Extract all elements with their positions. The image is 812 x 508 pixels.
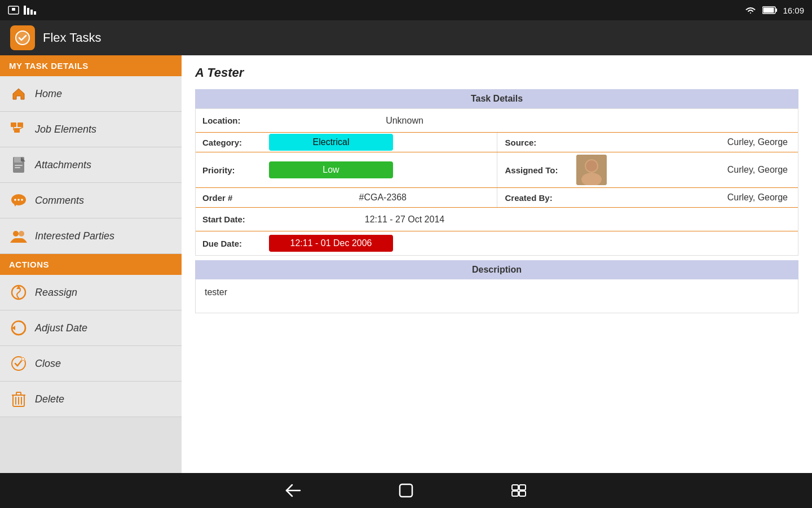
startdate-value: 12:11 - 27 Oct 2014: [269, 210, 540, 229]
sidebar-item-delete[interactable]: Delete: [0, 382, 182, 417]
order-value: #CGA-2368: [269, 188, 497, 207]
createdby-label: Created By:: [497, 189, 571, 207]
task-details-grid: Location: Unknown Category: Electrical S…: [195, 108, 798, 256]
time-display: 16:09: [783, 6, 804, 15]
svg-rect-52: [512, 491, 518, 496]
reassign-label: Reassign: [35, 287, 77, 299]
description-text: tester: [195, 279, 798, 313]
location-value: Unknown: [269, 111, 540, 130]
app-title: Flex Tasks: [43, 30, 102, 45]
startdate-label: Start Date:: [196, 210, 269, 229]
sidebar-item-close[interactable]: Close: [0, 346, 182, 382]
avatar: [576, 155, 607, 185]
interested-parties-label: Interested Parties: [35, 230, 114, 242]
attachments-label: Attachments: [35, 159, 91, 171]
back-button[interactable]: [282, 479, 304, 502]
recents-icon: [511, 484, 527, 497]
createdby-value: Curley, George: [571, 188, 798, 207]
screenshot-icon: [8, 6, 19, 15]
duedate-label: Due Date:: [196, 234, 269, 253]
assignedto-label: Assigned To:: [497, 161, 571, 179]
assignedto-value: Curley, George: [612, 160, 798, 179]
svg-rect-4: [30, 10, 33, 15]
sidebar-item-interested-parties[interactable]: Interested Parties: [0, 218, 182, 254]
close-label: Close: [35, 358, 61, 370]
status-bar-left: [8, 6, 36, 15]
app-logo: [10, 25, 35, 50]
svg-rect-50: [512, 485, 518, 490]
status-bar: 16:09: [0, 0, 812, 20]
source-col: Source: Curley, George: [497, 133, 798, 152]
svg-rect-3: [27, 8, 29, 15]
assignedto-col: Assigned To: Curley, George: [497, 152, 798, 187]
logo-icon: [15, 30, 30, 46]
svg-rect-7: [776, 8, 778, 12]
content-area: A Tester Task Details Location: Unknown …: [182, 55, 812, 473]
description-section: Description tester: [195, 260, 798, 313]
svg-rect-49: [400, 484, 412, 497]
job-elements-label: Job Elements: [35, 124, 96, 135]
location-row: Location: Unknown: [196, 109, 798, 133]
bottom-bar: [0, 473, 812, 508]
svg-rect-53: [519, 491, 526, 496]
home-button[interactable]: [395, 479, 417, 502]
svg-rect-12: [17, 122, 23, 127]
description-header: Description: [195, 260, 798, 279]
actions-header: ACTIONS: [0, 254, 182, 275]
createdby-col: Created By: Curley, George: [497, 188, 798, 207]
priority-value: Low: [269, 161, 393, 178]
reassign-icon: [10, 284, 27, 301]
order-label: Order #: [196, 189, 269, 207]
svg-rect-1: [12, 8, 15, 11]
svg-rect-51: [519, 485, 526, 490]
sidebar-item-adjust-date[interactable]: Adjust Date: [0, 310, 182, 346]
my-task-details-header: MY TASK DETAILS: [0, 55, 182, 76]
source-label: Source:: [497, 133, 571, 152]
bars-icon: [24, 6, 36, 15]
sidebar-item-reassign[interactable]: Reassign: [0, 275, 182, 310]
wifi-icon: [744, 6, 757, 15]
source-value: Curley, George: [571, 133, 798, 152]
battery-icon: [762, 6, 777, 14]
adjust-date-label: Adjust Date: [35, 322, 87, 334]
svg-rect-40: [16, 392, 21, 395]
sidebar-item-comments[interactable]: Comments: [0, 183, 182, 218]
interested-parties-icon: [10, 227, 27, 244]
back-arrow-icon: [285, 484, 301, 497]
recents-button[interactable]: [508, 479, 530, 502]
category-value: Electrical: [269, 134, 393, 151]
sidebar-item-attachments[interactable]: Attachments: [0, 147, 182, 183]
priority-assignedto-row: Priority: Low Assigned To: Curley, Georg…: [196, 152, 798, 188]
svg-point-27: [19, 231, 24, 237]
sidebar-item-job-elements[interactable]: Job Elements: [0, 112, 182, 147]
app-header: Flex Tasks: [0, 20, 812, 55]
home-icon: [10, 85, 27, 102]
category-label: Category:: [196, 133, 269, 152]
job-elements-icon: [10, 121, 27, 138]
attachments-icon: [10, 156, 27, 173]
svg-rect-19: [15, 165, 23, 166]
avatar-image: [576, 155, 607, 185]
task-details-header: Task Details: [195, 89, 798, 108]
svg-point-25: [21, 199, 23, 201]
priority-col: Priority: Low: [196, 152, 497, 187]
duedate-value: 12:11 - 01 Dec 2006: [269, 235, 393, 252]
sidebar-item-home[interactable]: Home: [0, 76, 182, 112]
task-name: A Tester: [195, 65, 798, 80]
startdate-row: Start Date: 12:11 - 27 Oct 2014: [196, 208, 798, 231]
delete-label: Delete: [35, 393, 64, 405]
order-col: Order # #CGA-2368: [196, 188, 497, 207]
category-col: Category: Electrical: [196, 133, 497, 152]
svg-rect-20: [15, 167, 20, 168]
adjust-date-icon: [10, 319, 27, 336]
duedate-row: Due Date: 12:11 - 01 Dec 2006: [196, 231, 798, 255]
order-createdby-row: Order # #CGA-2368 Created By: Curley, Ge…: [196, 188, 798, 208]
delete-icon: [10, 391, 27, 408]
comments-label: Comments: [35, 195, 84, 207]
svg-line-34: [17, 360, 22, 366]
priority-label: Priority:: [196, 161, 269, 179]
status-bar-right: 16:09: [744, 6, 804, 15]
category-source-row: Category: Electrical Source: Curley, Geo…: [196, 133, 798, 152]
close-action-icon: [10, 355, 27, 372]
svg-rect-17: [14, 157, 22, 163]
